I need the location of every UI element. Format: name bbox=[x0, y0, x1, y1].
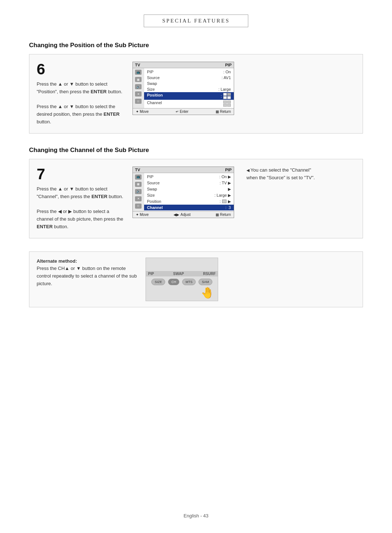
page-container: Special Features Changing the Position o… bbox=[0, 0, 392, 533]
section-7-tv-screen: TV PIP 📺 ▦ 🔊 ✕ ⁞⁞ PIP : On ▶ bbox=[132, 167, 234, 218]
tv6-icon-4: ✕ bbox=[135, 91, 142, 97]
tv7-icon-2: ▦ bbox=[135, 182, 142, 187]
tv6-row-swap: Swap bbox=[144, 81, 234, 86]
tv7-menu: PIP : On ▶ Source : TV ▶ Swap ▶ Size bbox=[144, 173, 234, 211]
tv6-header-right: PIP bbox=[225, 63, 232, 67]
tv7-footer-move: ✦ Move bbox=[136, 213, 148, 217]
tv6-row-position: Position : bbox=[144, 92, 234, 100]
section-7-content: 7 Press the ▲ or ▼ button to select "Cha… bbox=[29, 159, 363, 238]
tv7-icon-4: ✕ bbox=[135, 196, 142, 201]
tv7-header-left: TV bbox=[135, 168, 140, 172]
header-wrapper: Special Features bbox=[29, 15, 363, 27]
page-footer: English - 43 bbox=[0, 513, 392, 518]
tv7-icon-5: ⁞⁞ bbox=[135, 204, 142, 209]
tv6-icon-2: ▦ bbox=[135, 77, 142, 82]
tv7-icon-1: 📺 bbox=[135, 175, 142, 180]
tv7-row-pip: PIP : On ▶ bbox=[144, 174, 234, 180]
page-number: English - 43 bbox=[184, 513, 209, 518]
section-6-title: Changing the Position of the Sub Picture bbox=[29, 42, 363, 49]
remote-top-bar: PIP SWAP RSURF bbox=[146, 271, 218, 276]
remote-size-btn[interactable]: SIZE bbox=[151, 279, 165, 285]
alternate-text: Alternate method: Press the CH▲ or ▼ but… bbox=[37, 258, 138, 288]
section-6-instructions: Press the ▲ or ▼ button to select "Posit… bbox=[37, 81, 124, 126]
tv7-footer-adjust: ◀▶ Adjust bbox=[173, 213, 191, 217]
tv6-footer-return: ▦ Return bbox=[216, 110, 231, 114]
tv6-row-channel: Channel bbox=[144, 100, 234, 107]
section-6-block: Changing the Position of the Sub Picture… bbox=[29, 42, 363, 134]
tv6-footer-enter: ↵ Enter bbox=[176, 110, 188, 114]
tv7-header: TV PIP bbox=[133, 167, 234, 173]
tv6-menu: PIP : On Source : AV1 Swap Size bbox=[144, 68, 234, 108]
tv7-icons: 📺 ▦ 🔊 ✕ ⁞⁞ bbox=[133, 173, 144, 211]
section-7-left: 7 Press the ▲ or ▼ button to select "Cha… bbox=[37, 167, 124, 231]
hand-pointing-icon: 🤚 bbox=[201, 286, 214, 299]
tv6-header-left: TV bbox=[135, 63, 140, 67]
tv6-row-source: Source : AV1 bbox=[144, 75, 234, 81]
tv7-row-swap: Swap ▶ bbox=[144, 186, 234, 192]
remote-buttons: SIZE CH MTS SAM bbox=[149, 276, 215, 287]
tv7-header-right: PIP bbox=[225, 168, 232, 172]
section-7-block: Changing the Channel of the Sub Picture … bbox=[29, 147, 363, 238]
tv6-header: TV PIP bbox=[133, 62, 234, 68]
remote-ch-btn[interactable]: CH bbox=[168, 279, 179, 285]
page-header-title: Special Features bbox=[144, 15, 248, 27]
remote-swap-label: SWAP bbox=[173, 272, 184, 276]
section-6-content: 6 Press the ▲ or ▼ button to select "Pos… bbox=[29, 54, 363, 134]
tv7-row-source: Source : TV ▶ bbox=[144, 180, 234, 186]
remote-control-mockup: PIP SWAP RSURF SIZE CH MTS SAM 🤚 bbox=[146, 258, 218, 301]
remote-rsurf-label: RSURF bbox=[203, 272, 216, 276]
alternate-block: Alternate method: Press the CH▲ or ▼ but… bbox=[29, 251, 363, 307]
tv6-row-pip: PIP : On bbox=[144, 69, 234, 75]
tv6-icons: 📺 ▦ 🔊 ✕ ⁞⁞ bbox=[133, 68, 144, 108]
remote-pip-label: PIP bbox=[148, 272, 154, 276]
tv7-row-size: Size : Large ▶ bbox=[144, 192, 234, 198]
tv6-icon-3: 🔊 bbox=[135, 84, 142, 89]
tv6-footer-move: ✦ Move bbox=[136, 110, 148, 114]
alternate-section-block: Alternate method: Press the CH▲ or ▼ but… bbox=[29, 251, 363, 307]
section-7-side-note: You can select the "Channel" when the "S… bbox=[243, 167, 323, 182]
tv7-icon-3: 🔊 bbox=[135, 189, 142, 194]
tv7-row-position: Position : ▶ bbox=[144, 198, 234, 205]
tv7-footer-return: ▦ Return bbox=[216, 213, 231, 217]
tv6-icon-1: 📺 bbox=[135, 70, 142, 75]
step-6-number: 6 bbox=[37, 62, 124, 77]
section-6-tv-screen: TV PIP 📺 ▦ 🔊 ✕ ⁞⁞ PIP : On bbox=[132, 62, 234, 115]
tv6-footer: ✦ Move ↵ Enter ▦ Return bbox=[133, 108, 234, 115]
tv6-row-size: Size : Large bbox=[144, 86, 234, 92]
section-6-left: 6 Press the ▲ or ▼ button to select "Pos… bbox=[37, 62, 124, 126]
tv6-icon-5: ⁞⁞ bbox=[135, 99, 142, 104]
section-7-instructions: Press the ▲ or ▼ button to select "Chann… bbox=[37, 185, 124, 231]
section-7-title: Changing the Channel of the Sub Picture bbox=[29, 147, 363, 154]
remote-sam-btn[interactable]: SAM bbox=[199, 279, 212, 285]
remote-mts-btn[interactable]: MTS bbox=[182, 279, 196, 285]
tv7-body: 📺 ▦ 🔊 ✕ ⁞⁞ PIP : On ▶ Source : TV bbox=[133, 173, 234, 211]
step-7-number: 7 bbox=[37, 167, 124, 182]
tv7-footer: ✦ Move ◀▶ Adjust ▦ Return bbox=[133, 211, 234, 218]
tv7-row-channel: Channel : 3 bbox=[144, 205, 234, 210]
tv6-body: 📺 ▦ 🔊 ✕ ⁞⁞ PIP : On Source : AV1 bbox=[133, 68, 234, 108]
